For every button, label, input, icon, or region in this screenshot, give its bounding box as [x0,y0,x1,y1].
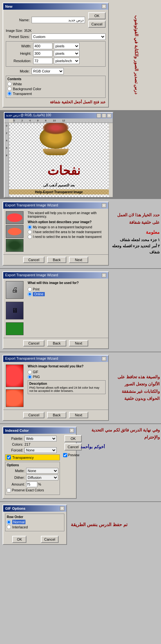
wizard2-cancel-button[interactable]: Cancel [23,340,44,346]
dither-select[interactable]: Diffusion [26,475,58,480]
wizard1-cancel-button[interactable]: Cancel [23,257,44,263]
colors-value: 217 [24,442,30,446]
palette-select[interactable]: Web [24,436,57,441]
normal-radio[interactable] [7,520,11,524]
height-input[interactable] [33,50,52,57]
gif-radio[interactable] [28,370,32,374]
palette-label: Palette: [5,437,24,440]
wizard1-next-button[interactable]: Next [69,257,88,263]
gif-buttons: OK Cancel [3,535,66,544]
forced-label: Forced: [5,448,24,452]
wizard3-back-button[interactable]: Back [47,412,66,418]
interlaced-radio[interactable] [7,525,11,529]
wizard3-arabic: والصيغة هذه تحافظ على الألوان وتجعل الصو… [113,374,160,402]
mode-select[interactable]: RGB Color [32,68,64,74]
indexed-close-icon[interactable]: ✕ [70,428,74,433]
gif-options-section: GIF Options ✕ Row Order Normal Interlace… [0,502,161,547]
fish-image-3 [6,239,24,252]
wizard1-option1-radio[interactable] [28,225,32,229]
gif-titlebar: GIF Options ✕ [3,505,66,512]
online-radio[interactable] [28,292,32,296]
wizard1-option1-label: My image is on a transparent background [33,225,92,229]
row-order-group: Row Order Normal Interlaced [5,514,64,531]
resolution-input[interactable] [33,58,52,64]
wizard-dialog-3: Export Transparent Image Wizard ✕ Which … [3,355,109,421]
new-dialog-title: New [5,5,13,8]
ps-close-icon[interactable]: ✕ [107,113,111,118]
png-radio[interactable] [28,375,32,379]
close-icon[interactable]: ✕ [102,4,106,9]
ps-minimize-icon[interactable]: _ [97,113,101,118]
wizard1-images [6,211,25,252]
wizard1-option3-radio[interactable] [28,235,32,239]
wizard1-option2-radio[interactable] [28,230,32,234]
ps-maximize-icon[interactable]: □ [102,113,106,118]
amount-input[interactable] [26,481,37,487]
wizard1-option3-label: I need to select the area to be made tra… [33,235,101,239]
wizard-dialog-2: Export Transparent Image Wizard ✕ 🖨 🖥 [3,271,109,349]
gif-side: تم حفظ الدرس بنفس الطريقة [70,502,161,547]
photoshop-canvas-section: درس جديد @ RGB, (فئات%) 100 _ □ ✕ 024681… [0,111,161,199]
format-desc-box: Description PNG format allows soft edges… [28,380,106,394]
fish-image-1 [6,211,24,224]
preserve-label: Preserve Exact Colors [12,488,44,492]
gif-ok-button[interactable]: OK [12,536,26,543]
wizard3-side: والصيغة هذه تحافظ على الألوان وتجعل الصو… [111,352,161,423]
wizard1-close-icon[interactable]: ✕ [102,203,106,208]
flower-bowl [35,126,77,155]
wizard1-question: Which option best describes your image? [28,220,106,224]
white-radio[interactable] [7,82,12,86]
wizard1-option2-label: I have selected the area to be made tran… [33,230,101,234]
forced-select[interactable]: None [24,447,57,453]
indexed-side: وفي نهاية الدرس فائق لكم مني التحدية وال… [79,424,161,501]
wizard3-titlebar: Export Transparent Image Wizard ✕ [3,355,108,362]
width-label: Width: [7,44,33,48]
help-text-bar: Help-Export Transparent Image [9,189,109,194]
nfhat-text: نفحات [22,164,106,178]
wizard2-back-button[interactable]: Back [47,340,66,346]
height-unit-select[interactable]: pixels [54,50,80,57]
print-label: Print [33,288,40,291]
bottom-arabic: بعد التصميم أذهب الى [9,183,109,187]
wizard2-titlebar: Export Transparent Image Wizard ✕ [3,272,108,279]
monitor-image: 🖥 [6,302,24,319]
preserve-checkbox[interactable] [7,488,11,492]
transparency-checkbox[interactable] [7,455,11,459]
wizard2-next-button[interactable]: Next [69,340,88,346]
gif-close-icon[interactable]: ✕ [60,506,64,511]
wizard3-next-button[interactable]: Next [69,412,88,418]
contents-label: Contents [7,77,104,81]
dither-label: Dither: [7,476,26,479]
width-input[interactable] [33,43,52,49]
wizard3-cancel-button[interactable]: Cancel [23,412,44,418]
width-unit-select[interactable]: pixels [54,43,80,49]
transparency-row: Transparency [5,454,60,460]
resolution-unit-select[interactable]: pixels/inch [54,58,80,64]
preset-select[interactable]: Custom [32,33,106,40]
indexed-color-section: Indexed Color ✕ Palette: Web Colors: 2 [0,424,161,502]
png-label: PNG [33,375,40,379]
wizard3-question: Which image format would you like? [28,365,106,368]
arabic-vertical-text: درس تصدير الصور والكتابة في الفوتوشوب [133,15,139,94]
ok-button[interactable]: OK [88,12,106,19]
wizard3-close-icon[interactable]: ✕ [102,356,106,361]
background-radio[interactable] [7,87,12,91]
print-radio[interactable] [28,287,32,291]
fish-small-image [6,389,24,407]
gif-title: GIF Options [5,507,25,510]
wizard1-buttons: Cancel Back Next [3,254,108,265]
wizard2-close-icon[interactable]: ✕ [102,273,106,278]
gif-options-dialog: GIF Options ✕ Row Order Normal Interlace… [3,505,67,545]
wizard-step3-section: Export Transparent Image Wizard ✕ Which … [0,352,161,424]
wizard1-back-button[interactable]: Back [47,257,66,263]
cancel-button[interactable]: Cancel [88,21,106,28]
matte-select[interactable]: None [26,468,58,474]
wizard3-buttons: Cancel Back Next [3,410,108,420]
indexed-color-dialog: Indexed Color ✕ Palette: Web Colors: 2 [3,427,77,499]
transparent-radio[interactable] [7,91,12,96]
name-input[interactable] [32,17,85,23]
gif-cancel-button[interactable]: Cancel [41,536,58,543]
indexed-body: Palette: Web Colors: 217 Forced: [3,434,62,498]
gif-arabic-text: تم حفظ الدرس بنفس الطريقة [71,522,128,527]
preview-checkbox[interactable] [63,453,67,457]
